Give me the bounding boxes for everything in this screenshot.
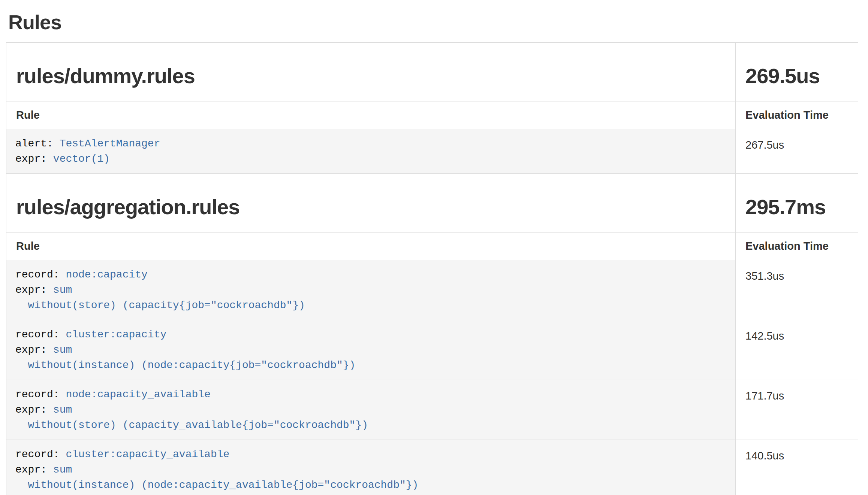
rule-evaluation-time: 142.5us (736, 320, 858, 380)
rule-keyword: expr: (15, 404, 53, 416)
rule-keyword: expr: (15, 344, 53, 356)
rule-link[interactable]: sum (53, 404, 72, 416)
rule-column-header: Rule (6, 101, 736, 129)
rule-link[interactable]: sum (53, 284, 72, 296)
rule-link[interactable]: TestAlertManager (60, 138, 160, 149)
rule-link[interactable]: without(instance) (node:capacity{job="co… (15, 359, 355, 371)
column-header-row: Rule Evaluation Time (6, 233, 858, 260)
rule-definition: record: cluster:capacity expr: sum witho… (6, 320, 735, 380)
rule-keyword: expr: (15, 464, 53, 476)
rule-row: alert: TestAlertManager expr: vector(1) … (6, 129, 858, 174)
rule-definition: record: node:capacity expr: sum without(… (6, 260, 735, 320)
rule-group-header-row: rules/aggregation.rules 295.7ms (6, 174, 858, 233)
rule-link[interactable]: cluster:capacity_available (66, 449, 229, 460)
rule-definition-cell: record: cluster:capacity_available expr:… (6, 440, 736, 495)
rule-link[interactable]: without(store) (capacity_available{job="… (15, 419, 368, 431)
rule-link[interactable]: sum (53, 344, 72, 356)
evaluation-time-column-header: Evaluation Time (736, 101, 858, 129)
rule-evaluation-time: 351.3us (736, 260, 858, 320)
rule-group-file: rules/aggregation.rules (16, 195, 726, 219)
rule-evaluation-time: 267.5us (736, 129, 858, 174)
rule-row: record: cluster:capacity expr: sum witho… (6, 320, 858, 380)
rule-definition-cell: record: node:capacity expr: sum without(… (6, 260, 736, 320)
rule-link[interactable]: cluster:capacity (66, 329, 166, 340)
rules-table: rules/dummy.rules 269.5us Rule Evaluatio… (6, 42, 858, 495)
rule-keyword: record: (15, 449, 66, 460)
rule-evaluation-time: 171.7us (736, 380, 858, 440)
rule-row: record: node:capacity expr: sum without(… (6, 260, 858, 320)
rule-keyword: expr: (15, 153, 53, 165)
rule-definition: record: cluster:capacity_available expr:… (6, 440, 735, 495)
rule-group-file-cell: rules/aggregation.rules (6, 174, 736, 233)
rule-evaluation-time: 140.5us (736, 440, 858, 495)
rule-group-file-cell: rules/dummy.rules (6, 43, 736, 101)
rule-keyword: expr: (15, 284, 53, 296)
rules-page: Rules rules/dummy.rules 269.5us Rule Eva… (0, 0, 868, 495)
rule-keyword: alert: (15, 138, 60, 149)
rule-group-eval-time: 295.7ms (745, 195, 848, 219)
rule-definition: alert: TestAlertManager expr: vector(1) (6, 129, 735, 173)
rule-link[interactable]: vector(1) (53, 153, 110, 165)
column-header-row: Rule Evaluation Time (6, 101, 858, 129)
rule-group-file: rules/dummy.rules (16, 64, 726, 88)
rule-keyword: record: (15, 269, 66, 280)
rule-definition-cell: record: cluster:capacity expr: sum witho… (6, 320, 736, 380)
rule-column-header: Rule (6, 233, 736, 260)
evaluation-time-column-header: Evaluation Time (736, 233, 858, 260)
rule-link[interactable]: without(store) (capacity{job="cockroachd… (15, 300, 305, 311)
rule-link[interactable]: node:capacity (66, 269, 147, 280)
rule-group-header-row: rules/dummy.rules 269.5us (6, 43, 858, 101)
rule-row: record: cluster:capacity_available expr:… (6, 440, 858, 495)
rule-row: record: node:capacity_available expr: su… (6, 380, 858, 440)
rule-definition-cell: alert: TestAlertManager expr: vector(1) (6, 129, 736, 174)
rule-link[interactable]: node:capacity_available (66, 389, 210, 400)
rule-keyword: record: (15, 389, 66, 400)
rule-group-eval-time-cell: 295.7ms (736, 174, 858, 233)
page-title: Rules (8, 9, 858, 35)
rule-definition: record: node:capacity_available expr: su… (6, 380, 735, 440)
rule-group-eval-time-cell: 269.5us (736, 43, 858, 101)
rule-link[interactable]: sum (53, 464, 72, 476)
rule-keyword: record: (15, 329, 66, 340)
rule-link[interactable]: without(instance) (node:capacity_availab… (15, 479, 418, 491)
rule-definition-cell: record: node:capacity_available expr: su… (6, 380, 736, 440)
rule-group-eval-time: 269.5us (745, 64, 848, 88)
